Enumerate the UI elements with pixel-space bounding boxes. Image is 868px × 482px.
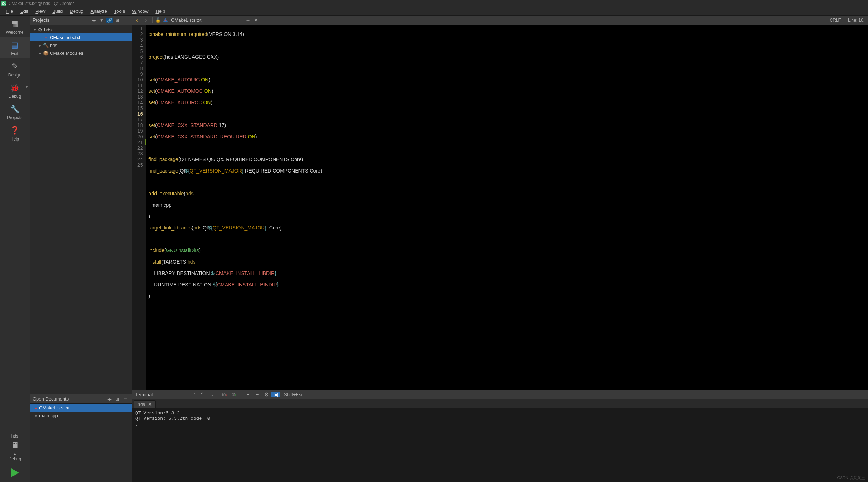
up-icon[interactable]: ⌃ [198, 392, 207, 397]
projects-panel-title: Projects [33, 17, 90, 23]
doc-main-cpp[interactable]: ▫ main.cpp [30, 412, 132, 419]
expand-icon[interactable]: ▸ [38, 43, 43, 47]
titlebar: Qt CMakeLists.txt @ hds - Qt Creator — [0, 0, 868, 7]
terminal-title: Terminal [135, 392, 189, 397]
mode-edit[interactable]: ▤ Edit [0, 37, 30, 58]
svg-marker-0 [11, 468, 19, 477]
monitor-icon: 🖥 [0, 440, 30, 450]
open-docs-title: Open Documents [33, 396, 106, 402]
gear-icon[interactable]: ⚙ [262, 392, 271, 397]
grid-icon: ▦ [0, 19, 30, 28]
tree-file-cmakelists[interactable]: CMakeLists.txt [30, 33, 132, 41]
down-icon[interactable]: ⌄ [207, 392, 216, 397]
minus-icon[interactable]: − [253, 392, 262, 397]
mode-design[interactable]: ✎ Design [0, 58, 30, 80]
link-icon[interactable]: 🔗 [106, 18, 113, 23]
expand-icon[interactable]: ▾ [32, 28, 37, 32]
mode-debug[interactable]: 🐞 ▸ Debug [0, 80, 30, 101]
help-icon: ❓ [0, 126, 30, 135]
close-tab-icon[interactable]: ✕ [148, 402, 152, 407]
line-status[interactable]: Line: 16, [845, 18, 868, 23]
menubar: File Edit View Build Debug Analyze Tools… [0, 7, 868, 16]
nav-back-button[interactable]: ‹ [132, 17, 142, 23]
menu-help[interactable]: Help [152, 8, 169, 15]
filter-icon[interactable]: ▼ [98, 18, 106, 23]
window-title: CMakeLists.txt @ hds - Qt Creator [9, 1, 74, 6]
collapse-icon[interactable]: ▭ [121, 18, 129, 23]
cmake-icon [162, 17, 169, 23]
tree-cmake-modules[interactable]: ▸ 📦 CMake Modules [30, 49, 132, 57]
dropdown-icon[interactable]: ◂▸ [90, 18, 98, 23]
projects-panel-header: Projects ◂▸ ▼ 🔗 ⊞ ▭ [30, 16, 132, 25]
split-icon[interactable]: ⊞ [113, 18, 121, 23]
doc-cmakelists[interactable]: CMakeLists.txt [30, 404, 132, 412]
line-gutter: 1234 5678 9101112 131415 16 17181920 212… [132, 25, 146, 390]
editor-toolbar: ‹ › 🔓 CMakeLists.txt ◂▸ ✕ CRLF Line: 16, [132, 16, 868, 25]
terminal-tabs: hds ✕ [132, 399, 868, 408]
maximize-icon[interactable]: ▣ [271, 392, 280, 397]
structure-icon[interactable]: ⸬ [189, 392, 198, 398]
qtcreator-icon: Qt [1, 1, 6, 6]
close-editor-button[interactable]: ✕ [252, 17, 260, 23]
menu-view[interactable]: View [32, 8, 49, 15]
project-tree: ▾ ⚙ hds CMakeLists.txt ▸ 🔨 hds [30, 25, 132, 394]
split-icon[interactable]: ⊞ [113, 397, 121, 402]
pencil-icon: ✎ [0, 62, 30, 71]
clear-icon[interactable]: ⎚✕ [221, 392, 230, 397]
minimize-button[interactable]: — [852, 1, 867, 6]
play-icon [10, 468, 20, 478]
editor-filename[interactable]: CMakeLists.txt [169, 17, 203, 23]
menu-file[interactable]: File [2, 8, 17, 15]
tree-project-root[interactable]: ▾ ⚙ hds [30, 26, 132, 33]
lock-icon[interactable]: 🔓 [154, 17, 162, 23]
mode-help[interactable]: ❓ Help [0, 122, 30, 144]
bug-icon: 🐞 [0, 83, 30, 92]
kit-name: hds [11, 434, 18, 439]
menu-build[interactable]: Build [49, 8, 66, 15]
menu-window[interactable]: Window [128, 8, 152, 15]
new-tab-icon[interactable]: ⎚+ [230, 392, 239, 397]
mode-projects[interactable]: 🔧 Projects [0, 101, 30, 122]
kit-selector[interactable]: hds 🖥 ▸ Debug [0, 431, 30, 464]
modules-icon: 📦 [43, 51, 49, 56]
dropdown-icon[interactable]: ◂▸ [106, 397, 113, 402]
project-icon: ⚙ [37, 27, 43, 32]
tree-target-hds[interactable]: ▸ 🔨 hds [30, 41, 132, 49]
collapse-icon[interactable]: ▭ [121, 397, 129, 402]
mode-welcome[interactable]: ▦ Welcome [0, 16, 30, 37]
terminal-tab-hds[interactable]: hds ✕ [134, 400, 156, 408]
run-button[interactable] [0, 464, 30, 482]
open-docs-list: CMakeLists.txt ▫ main.cpp [30, 404, 132, 482]
watermark: CSDN @又又土 [837, 475, 865, 481]
nav-forward-button[interactable]: › [142, 17, 151, 23]
chevron-right-icon: ▸ [26, 85, 28, 88]
hammer-icon: 🔨 [43, 43, 49, 48]
mode-bar: ▦ Welcome ▤ Edit ✎ Design 🐞 ▸ Debug 🔧 Pr… [0, 16, 30, 482]
edit-icon: ▤ [0, 41, 30, 50]
menu-tools[interactable]: Tools [111, 8, 128, 15]
menu-analyze[interactable]: Analyze [87, 8, 111, 15]
code-content[interactable]: cmake_minimum_required(VERSION 3.14) pro… [146, 25, 325, 390]
expand-icon[interactable]: ▸ [38, 51, 43, 55]
menu-debug[interactable]: Debug [66, 8, 87, 15]
file-icon: ▫ [33, 413, 39, 418]
terminal-panel: Terminal ⸬ ⌃ ⌄ ⎚✕ ⎚+ + − ⚙ ▣ Shift+Esc [132, 390, 868, 482]
build-config: Debug [0, 456, 30, 461]
cmake-icon [33, 405, 39, 411]
menu-edit[interactable]: Edit [17, 8, 32, 15]
plus-icon[interactable]: + [243, 392, 253, 397]
encoding-status[interactable]: CRLF [826, 18, 845, 23]
dropdown-icon[interactable]: ◂▸ [246, 18, 252, 22]
terminal-shortcut: Shift+Esc [280, 392, 303, 397]
chevron-right-icon: ▸ [14, 451, 16, 456]
open-docs-header: Open Documents ◂▸ ⊞ ▭ [30, 394, 132, 404]
terminal-output[interactable]: QT Version:6.3.2 QT Version: 6.3.2th cod… [132, 408, 868, 482]
cmake-icon [43, 35, 49, 40]
code-editor[interactable]: 1234 5678 9101112 131415 16 17181920 212… [132, 25, 868, 390]
wrench-icon: 🔧 [0, 105, 30, 114]
